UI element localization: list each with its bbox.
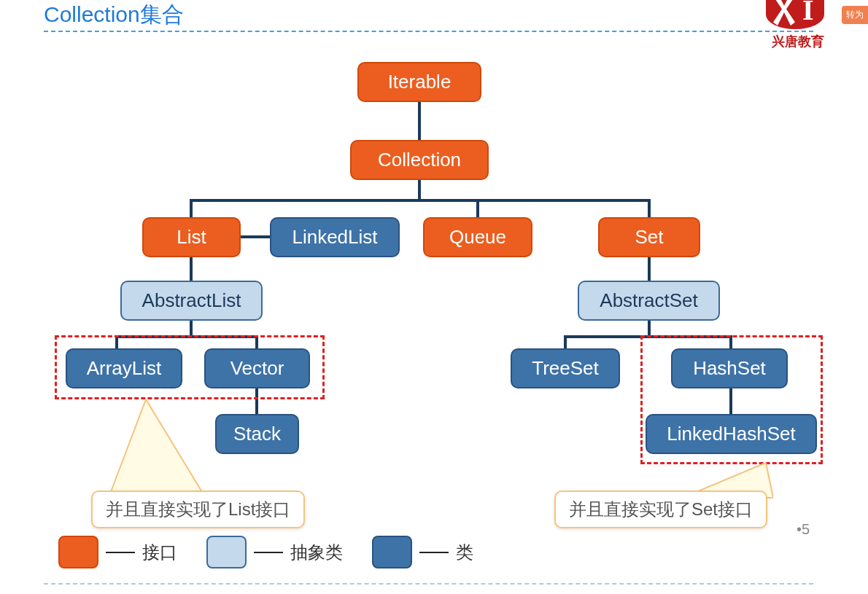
legend-connector bbox=[106, 552, 135, 553]
node-set: Set bbox=[598, 217, 700, 257]
legend: 接口 抽象类 类 bbox=[58, 536, 495, 568]
bottom-divider bbox=[44, 583, 813, 585]
node-linkedlist: LinkedList bbox=[270, 217, 400, 257]
highlight-box-left bbox=[55, 335, 325, 399]
legend-label-class: 类 bbox=[456, 541, 473, 564]
page-title: Collection集合 bbox=[44, 0, 184, 30]
callout-left: 并且直接实现了List接口 bbox=[91, 491, 305, 528]
legend-label-abstract: 抽象类 bbox=[290, 541, 343, 564]
legend-box-abstract bbox=[206, 536, 247, 568]
legend-box-class bbox=[372, 536, 412, 568]
legend-connector bbox=[254, 552, 283, 553]
brand-logo bbox=[766, 0, 824, 29]
node-stack: Stack bbox=[215, 414, 299, 454]
node-queue: Queue bbox=[423, 217, 532, 257]
divider bbox=[44, 31, 813, 32]
legend-connector bbox=[419, 552, 449, 553]
page-number: •5 bbox=[797, 521, 810, 538]
hierarchy-diagram: Iterable Collection List LinkedList Queu… bbox=[0, 58, 868, 525]
highlight-box-right bbox=[640, 335, 823, 464]
node-collection: Collection bbox=[350, 140, 489, 180]
corner-badge: 转为 bbox=[842, 6, 868, 24]
brand-text: 兴唐教育 bbox=[772, 33, 824, 50]
node-abstractset: AbstractSet bbox=[578, 281, 720, 321]
node-iterable: Iterable bbox=[357, 62, 481, 102]
node-list: List bbox=[142, 217, 241, 257]
node-treeset: TreeSet bbox=[511, 348, 620, 388]
callout-right: 并且直接实现了Set接口 bbox=[554, 491, 767, 528]
legend-label-interface: 接口 bbox=[142, 541, 177, 564]
callout-arrow-left bbox=[109, 399, 204, 501]
legend-box-interface bbox=[58, 536, 98, 568]
svg-marker-0 bbox=[109, 399, 204, 496]
node-abstractlist: AbstractList bbox=[120, 281, 263, 321]
